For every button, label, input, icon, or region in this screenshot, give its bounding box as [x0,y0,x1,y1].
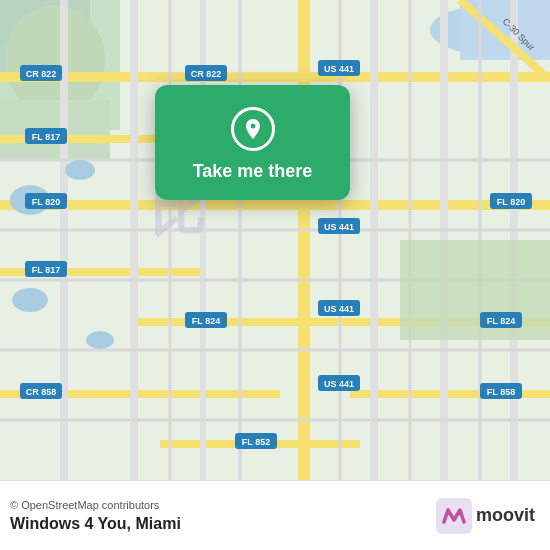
popup-green-section: Take me there [155,85,350,200]
svg-point-36 [12,288,48,312]
moovit-brand-icon [436,498,472,534]
svg-text:FL 824: FL 824 [487,316,515,326]
svg-text:CR 858: CR 858 [26,387,57,397]
svg-point-35 [65,160,95,180]
osm-attribution: © OpenStreetMap contributors [10,499,181,511]
map-container: FL 817 FL 817 CR 822 CR 822 US 441 US 44… [0,0,550,480]
bottom-bar: © OpenStreetMap contributors Windows 4 Y… [0,480,550,550]
svg-text:CR 822: CR 822 [191,69,222,79]
svg-point-3 [5,5,105,115]
svg-rect-17 [130,0,138,480]
svg-text:US 441: US 441 [324,304,354,314]
svg-rect-7 [0,72,550,82]
svg-rect-19 [370,0,378,480]
location-icon-circle [231,107,275,151]
svg-rect-70 [436,498,472,534]
svg-text:CR 822: CR 822 [26,69,57,79]
svg-text:US 441: US 441 [324,379,354,389]
bottom-left: © OpenStreetMap contributors Windows 4 Y… [10,499,181,533]
place-name: Windows 4 You, Miami [10,515,181,533]
svg-text:US 441: US 441 [324,222,354,232]
svg-text:FL 820: FL 820 [497,197,525,207]
svg-text:FL 817: FL 817 [32,265,60,275]
svg-text:FL 817: FL 817 [32,132,60,142]
svg-text:FL 852: FL 852 [242,437,270,447]
popup-label: Take me there [193,161,313,182]
moovit-logo[interactable]: moovit [436,498,535,534]
svg-text:FL 858: FL 858 [487,387,515,397]
svg-point-37 [86,331,114,349]
popup-card[interactable]: Take me there [155,85,350,200]
location-pin-icon [241,117,265,141]
map-background: FL 817 FL 817 CR 822 CR 822 US 441 US 44… [0,0,550,480]
svg-text:FL 820: FL 820 [32,197,60,207]
svg-text:FL 824: FL 824 [192,316,220,326]
svg-rect-15 [298,0,310,480]
svg-rect-33 [400,240,550,340]
svg-rect-8 [0,200,550,210]
svg-text:US 441: US 441 [324,64,354,74]
moovit-text: moovit [476,505,535,526]
